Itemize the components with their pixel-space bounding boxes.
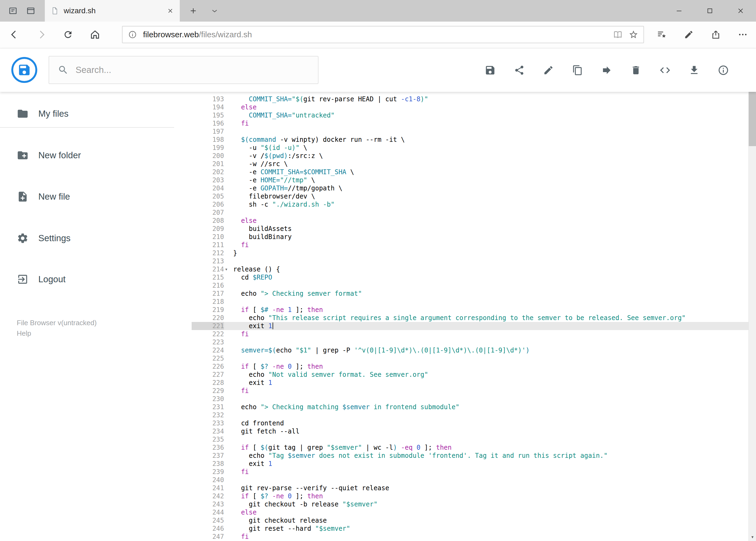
more-options-icon[interactable] [736,28,750,42]
code-line[interactable]: 224 semver=$(echo "$1" | grep -P '^v(0|[… [192,346,748,354]
code-line[interactable]: 211 fi [192,241,748,249]
code-line[interactable]: 207 [192,209,748,217]
code-line[interactable]: 236 if [ $(git tag | grep "$semver" | wc… [192,443,748,452]
line-number[interactable]: 204 [192,184,224,192]
line-number[interactable]: 222 [192,330,224,338]
line-number[interactable]: 212 [192,249,224,257]
line-number[interactable]: 217 [192,289,224,297]
filebrowser-logo[interactable] [11,57,37,83]
line-number[interactable]: 195 [192,111,224,119]
code-line[interactable]: 246 git reset --hard "$semver" [192,525,748,533]
download-button[interactable] [688,64,700,76]
scrollbar-down-icon[interactable]: ▼ [749,533,756,541]
line-number[interactable]: 216 [192,281,224,289]
code-line[interactable]: 208 else [192,217,748,225]
code-line[interactable]: 245 git checkout release [192,516,748,525]
line-number[interactable]: 200 [192,152,224,160]
home-button[interactable] [88,28,102,42]
back-button[interactable] [7,28,21,42]
line-number[interactable]: 221 [192,322,224,330]
save-button[interactable] [484,64,496,76]
code-line[interactable]: 242 if [ $? -ne 0 ]; then [192,492,748,500]
code-line[interactable]: 194 else [192,103,748,111]
forward-button[interactable] [35,28,49,42]
line-number[interactable]: 210 [192,233,224,241]
code-line[interactable]: 217 echo "> Checking semver format" [192,289,748,297]
line-number[interactable]: 203 [192,176,224,184]
sidebar-item-settings[interactable]: Settings [0,224,190,253]
line-number[interactable]: 224 [192,346,224,354]
code-line[interactable]: 221 exit 1 [192,322,748,330]
line-number[interactable]: 241 [192,484,224,492]
line-number[interactable]: 245 [192,516,224,525]
hub-favorites-icon[interactable] [655,28,669,42]
code-line[interactable]: 230 [192,395,748,403]
refresh-button[interactable] [61,28,75,42]
code-line[interactable]: 214▾release () { [192,265,748,273]
line-number[interactable]: 227 [192,370,224,379]
code-line[interactable]: 209 buildAssets [192,225,748,233]
line-number[interactable]: 231 [192,403,224,411]
line-number[interactable]: 233 [192,419,224,427]
code-line[interactable]: 233 cd frontend [192,419,748,427]
new-tab-button[interactable] [187,5,199,17]
address-bar[interactable]: filebrowser.web/files/wizard.sh [122,26,644,43]
line-number[interactable]: 236 [192,443,224,452]
code-line[interactable]: 200 -v /$(pwd):/src:z \ [192,152,748,160]
delete-button[interactable] [630,64,642,76]
raw-view-button[interactable] [659,64,671,76]
line-number[interactable]: 226 [192,362,224,370]
code-line[interactable]: 220 echo "This release script requires a… [192,314,748,322]
maximize-button[interactable] [694,0,725,22]
line-number[interactable]: 205 [192,192,224,201]
code-line[interactable]: 228 exit 1 [192,379,748,387]
line-number[interactable]: 197 [192,128,224,136]
code-line[interactable]: 231 echo "> Checking matching $semver in… [192,403,748,411]
code-line[interactable]: 244 else [192,508,748,516]
code-line[interactable]: 196 fi [192,119,748,128]
rename-button[interactable] [543,64,554,76]
code-line[interactable]: 216 [192,281,748,289]
code-line[interactable]: 201 -w //src \ [192,160,748,168]
line-number[interactable]: 246 [192,525,224,533]
line-number[interactable]: 196 [192,119,224,128]
line-number[interactable]: 232 [192,411,224,419]
line-number[interactable]: 235 [192,435,224,443]
line-number[interactable]: 237 [192,452,224,460]
sidebar-item-logout[interactable]: Logout [0,265,190,294]
code-line[interactable]: 239 fi [192,468,748,476]
line-number[interactable]: 202 [192,168,224,176]
web-note-pen-icon[interactable] [682,28,696,42]
line-number[interactable]: 219 [192,306,224,314]
sidebar-item-new-file[interactable]: New file [0,182,190,212]
line-number[interactable]: 238 [192,460,224,468]
tab-list-icon[interactable] [25,5,37,17]
code-line[interactable]: 235 [192,435,748,443]
line-number[interactable]: 243 [192,500,224,508]
line-number[interactable]: 211 [192,241,224,249]
line-number[interactable]: 199 [192,144,224,152]
code-line[interactable]: 232 [192,411,748,419]
copy-button[interactable] [572,64,584,76]
search-input[interactable] [76,65,297,75]
line-number[interactable]: 213 [192,257,224,265]
code-line[interactable]: 225 [192,354,748,362]
code-line[interactable]: 204 -e GOPATH=//tmp/gopath \ [192,184,748,192]
code-line[interactable]: 238 exit 1 [192,460,748,468]
code-line[interactable]: 247 fi [192,533,748,541]
code-line[interactable]: 241 git rev-parse --verify --quiet relea… [192,484,748,492]
code-line[interactable]: 222 fi [192,330,748,338]
code-line[interactable]: 219 if [ $# -ne 1 ]; then [192,306,748,314]
line-number[interactable]: 207 [192,209,224,217]
code-line[interactable]: 202 -e COMMIT_SHA=$COMMIT_SHA \ [192,168,748,176]
code-line[interactable]: 212} [192,249,748,257]
tab-preview-chevron-icon[interactable] [209,5,220,17]
line-number[interactable]: 198 [192,136,224,144]
share-button[interactable] [513,64,525,76]
fold-toggle-icon[interactable]: ▾ [225,265,228,273]
line-number[interactable]: 225 [192,354,224,362]
code-editor[interactable]: 193 COMMIT_SHA="$(git rev-parse HEAD | c… [192,92,748,541]
line-number[interactable]: 215 [192,273,224,281]
code-line[interactable]: 193 COMMIT_SHA="$(git rev-parse HEAD | c… [192,95,748,103]
code-line[interactable]: 210 buildBinary [192,233,748,241]
